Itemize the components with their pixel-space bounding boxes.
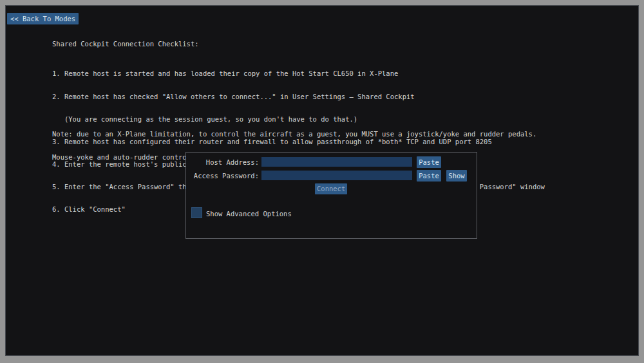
connect-button[interactable]: Connect bbox=[315, 183, 347, 194]
host-paste-button[interactable]: Paste bbox=[417, 156, 441, 168]
note-line: Note: due to an X-Plane limitation, to c… bbox=[52, 131, 536, 138]
checklist-step: 1. Remote host is started and has loaded… bbox=[52, 70, 545, 78]
host-address-label: Host Address: bbox=[186, 158, 259, 166]
password-paste-button[interactable]: Paste bbox=[417, 170, 441, 182]
checklist-title: Shared Cockpit Connection Checklist: bbox=[52, 41, 199, 48]
main-window: << Back To Modes Shared Cockpit Connecti… bbox=[5, 5, 639, 356]
show-advanced-label: Show Advanced Options bbox=[206, 210, 292, 218]
host-address-input[interactable] bbox=[261, 157, 412, 167]
checklist-step: 2. Remote host has checked "Allow others… bbox=[52, 93, 545, 101]
password-show-button[interactable]: Show bbox=[446, 170, 467, 182]
connection-form-panel: Host Address: Paste Access Password: Pas… bbox=[185, 152, 477, 239]
back-to-modes-button[interactable]: << Back To Modes bbox=[7, 13, 79, 24]
show-advanced-checkbox[interactable] bbox=[191, 207, 202, 218]
access-password-input[interactable] bbox=[261, 171, 412, 180]
access-password-label: Access Password: bbox=[186, 172, 259, 180]
